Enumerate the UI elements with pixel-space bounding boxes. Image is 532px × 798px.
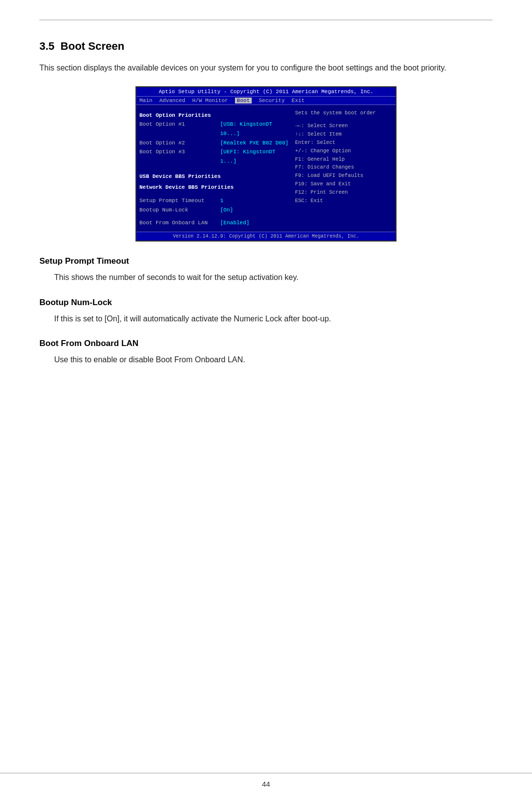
shortcut-f1: F1: General Help <box>295 155 393 164</box>
shortcut-f10: F10: Save and Exit <box>295 180 393 188</box>
nav-security: Security <box>259 98 285 104</box>
boot-lan-value: [Enabled] <box>220 218 249 228</box>
prompt-timeout-row: Setup Prompt Timeout 1 <box>139 196 291 206</box>
boot-option2-label: Boot Option #2 <box>139 139 218 148</box>
boot-option1-row: Boot Option #1 [USB: KingstonDT 10...] <box>139 120 291 138</box>
bios-footer: Version 2.14.12.9: Copyright (C) 2011 Am… <box>136 232 396 241</box>
shortcut-f7: F7: Discard Changes <box>295 163 393 172</box>
boot-option3-value: [UEFI: KingstonDT 1...] <box>220 147 291 166</box>
boot-option3-label: Boot Option #3 <box>139 147 218 166</box>
bios-help-text: Sets the system boot order <box>295 109 393 117</box>
bios-shortcuts: →←: Select Screen ↑↓: Select Item Enter:… <box>295 122 393 205</box>
section-title-text: Boot Screen <box>61 40 125 52</box>
boot-lan-row: Boot From Onboard LAN [Enabled] <box>139 218 291 228</box>
shortcut-f12: F12: Print Screen <box>295 188 393 197</box>
bottom-divider <box>0 773 532 773</box>
shortcut-change: +/-: Change Option <box>295 147 393 155</box>
bios-body: Boot Option Priorities Boot Option #1 [U… <box>136 105 396 232</box>
section-number: 3.5 <box>39 40 55 52</box>
boot-option1-value: [USB: KingstonDT 10...] <box>220 120 291 138</box>
intro-paragraph: This section displays the available devi… <box>39 62 493 74</box>
bootup-numlock-row: Bootup Num-Lock [On] <box>139 206 291 215</box>
subsection-title-boot-lan: Boot From Onboard LAN <box>39 339 493 348</box>
bootup-numlock-value: [On] <box>220 206 233 215</box>
subsection-body-bootup-numlock: If this is set to [On], it will automati… <box>54 312 493 325</box>
nav-hwmonitor: H/W Monitor <box>192 98 228 104</box>
bootup-numlock-label: Bootup Num-Lock <box>139 206 218 215</box>
nav-boot-active: Boot <box>235 98 252 104</box>
nav-advanced: Advanced <box>159 98 185 104</box>
subsection-title-setup-prompt: Setup Prompt Timeout <box>39 256 493 266</box>
top-divider <box>39 20 493 20</box>
subsection-title-bootup-numlock: Bootup Num-Lock <box>39 298 493 308</box>
boot-priorities-header: Boot Option Priorities <box>139 111 291 120</box>
subsection-body-setup-prompt: This shows the number of seconds to wait… <box>54 271 493 284</box>
network-bbs-header: Network Device BBS Priorities <box>139 183 291 192</box>
boot-option2-value: [Realtek PXE B02 D00] <box>220 139 289 148</box>
bios-right-panel: Sets the system boot order →←: Select Sc… <box>293 109 393 228</box>
page-number: 44 <box>262 780 270 788</box>
prompt-timeout-label: Setup Prompt Timeout <box>139 196 218 206</box>
boot-lan-label: Boot From Onboard LAN <box>139 218 218 228</box>
nav-main: Main <box>139 98 152 104</box>
page-container: 3.5 Boot Screen This section displays th… <box>0 0 532 798</box>
bios-header: Aptio Setup Utility - Copyright (C) 2011… <box>136 87 396 97</box>
boot-option2-row: Boot Option #2 [Realtek PXE B02 D00] <box>139 139 291 148</box>
bios-nav: Main Advanced H/W Monitor Boot Security … <box>136 97 396 105</box>
bios-left-panel: Boot Option Priorities Boot Option #1 [U… <box>139 109 291 228</box>
boot-option3-row: Boot Option #3 [UEFI: KingstonDT 1...] <box>139 147 291 166</box>
subsection-body-boot-lan: Use this to enable or disable Boot From … <box>54 353 493 366</box>
usb-bbs-header: USB Device BBS Priorities <box>139 172 291 181</box>
shortcut-enter: Enter: Select <box>295 139 393 147</box>
shortcut-item: ↑↓: Select Item <box>295 130 393 139</box>
shortcut-f9: F9: Load UEFI Defaults <box>295 172 393 180</box>
prompt-timeout-value: 1 <box>220 196 224 206</box>
shortcut-screen: →←: Select Screen <box>295 122 393 130</box>
section-title: 3.5 Boot Screen <box>39 40 493 53</box>
bios-screenshot: Aptio Setup Utility - Copyright (C) 2011… <box>135 86 397 242</box>
nav-exit: Exit <box>292 98 304 104</box>
shortcut-esc: ESC: Exit <box>295 197 393 205</box>
boot-option1-label: Boot Option #1 <box>139 120 218 138</box>
subsections-container: Setup Prompt Timeout This shows the numb… <box>39 256 493 366</box>
